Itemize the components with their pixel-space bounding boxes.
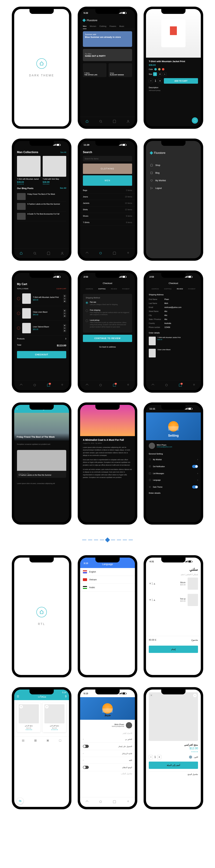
option-flat[interactable]: Flat rateLets you charge a fixed rate fo…: [86, 300, 129, 307]
remove-item-2[interactable]: −: [17, 312, 20, 315]
description-header[interactable]: تفاصيل المنتج: [149, 771, 198, 777]
radio-flat[interactable]: [86, 302, 88, 304]
qty-down[interactable]: ▼: [63, 300, 66, 303]
lang-vietnam[interactable]: Vietnam: [80, 576, 135, 584]
tab-women[interactable]: Women: [89, 24, 96, 29]
nav-cart[interactable]: [113, 120, 116, 124]
product-card-2[interactable]: T-shirt with Vent Step$38.99★★★★★: [43, 156, 66, 185]
cat-shoes[interactable]: Shoes6 items: [80, 213, 135, 219]
setting-language[interactable]: Language›: [146, 477, 201, 483]
qty-minus[interactable]: −: [149, 79, 153, 83]
cat-jeans[interactable]: Jeans13 items: [80, 193, 135, 200]
nav-profile[interactable]: [127, 120, 130, 124]
drawer-shop[interactable]: Shop: [150, 161, 196, 169]
product-card-1[interactable]: ♡منتج افتراضي$12.00★★★★★: [43, 703, 66, 732]
product-card-1[interactable]: T-Shirt with Mountain Jacket$38.03★★★★★: [17, 156, 41, 185]
cat-clothing[interactable]: CLOTHING: [83, 163, 132, 174]
nav-cart[interactable]: 3: [113, 383, 116, 388]
card-elegant[interactable]: DressELEGANT DESIGN: [109, 63, 132, 77]
setting-4[interactable]: الوضع المظلم: [80, 764, 135, 771]
toggle-notification[interactable]: [192, 465, 198, 468]
nav-search[interactable]: [165, 383, 168, 388]
cat-men[interactable]: MEN: [83, 175, 132, 186]
nav-cart[interactable]: [47, 252, 50, 256]
setting-dark-theme[interactable]: Dark Theme: [146, 483, 201, 491]
drawer-blog[interactable]: Blog: [150, 169, 196, 177]
continue-button[interactable]: CONTINUE TO REVIEW: [83, 335, 132, 342]
blog-item-3[interactable]: A Guide To The Best Accessories For Fall: [17, 212, 66, 221]
toggle[interactable]: [83, 745, 89, 748]
toggle-dark[interactable]: [192, 485, 198, 489]
blog-item-2[interactable]: 5 Fashion Labels on the Rise this Summer: [17, 202, 66, 212]
nav-home[interactable]: [85, 800, 89, 804]
nav-search[interactable]: [99, 120, 103, 124]
tab-clothing[interactable]: Clothing: [99, 24, 106, 29]
hero-banner[interactable]: Summer sale Blue Summer are already in s…: [83, 31, 132, 47]
wishlist-icon[interactable]: ♡: [45, 705, 48, 709]
radio-free[interactable]: [86, 310, 88, 312]
secondary-banner[interactable]: For Men HANG OUT & PARTY: [83, 49, 132, 61]
user-profile[interactable]: Minh Phamminhcasi@yahoo.com: [146, 440, 201, 452]
setting-1[interactable]: الحصول على إشعار: [80, 743, 135, 750]
nav-profile[interactable]: [61, 383, 64, 388]
remove-item-3[interactable]: −: [17, 327, 20, 330]
qty-plus[interactable]: +: [158, 79, 162, 83]
menu-icon[interactable]: ☰: [16, 695, 19, 698]
size-m[interactable]: M: [158, 72, 162, 76]
lang-arabic[interactable]: Arabic: [80, 584, 135, 591]
nav-profile[interactable]: [61, 252, 64, 256]
view-card-icon[interactable]: ▢: [59, 739, 61, 742]
color-red[interactable]: [162, 68, 165, 70]
setting-wishlist[interactable]: My Wishlist›: [146, 456, 201, 463]
nav-search[interactable]: [99, 800, 103, 804]
cat-bags[interactable]: Bags2 items: [80, 187, 135, 193]
size-s[interactable]: S: [153, 72, 157, 76]
setting-2[interactable]: قائمة الرسائل‹: [80, 750, 135, 757]
tab-music[interactable]: Music: [119, 24, 124, 29]
blog-hero[interactable]: Friday Finest The Best of The Week: [14, 413, 69, 441]
product-card-2[interactable]: ♡منتج خارجي$12.00★★★★★: [17, 703, 41, 732]
nav-search[interactable]: [33, 252, 37, 256]
checkout-button[interactable]: CHECKOUT: [17, 351, 66, 358]
blog-see-all[interactable]: See All: [60, 187, 66, 190]
tab-men[interactable]: Men: [83, 24, 86, 29]
nav-cart[interactable]: 3: [47, 383, 50, 388]
nav-profile[interactable]: [127, 383, 130, 388]
nav-cart[interactable]: 3: [179, 383, 182, 388]
size-l[interactable]: L: [163, 72, 167, 76]
clear-cart-button[interactable]: CLEAR CART: [56, 288, 66, 289]
step-shipping[interactable]: SHIPPING: [164, 288, 172, 290]
qty-minus[interactable]: −: [149, 755, 153, 759]
color-blue[interactable]: [189, 755, 192, 758]
nav-search[interactable]: [99, 252, 103, 256]
nav-home[interactable]: [20, 252, 23, 256]
step-shipping[interactable]: SHIPPING: [98, 288, 106, 290]
add-to-cart-button[interactable]: أضف إلى السلة: [149, 762, 198, 769]
step-review[interactable]: REVIEW: [111, 288, 117, 290]
back-icon[interactable]: ‹: [16, 407, 17, 410]
option-local[interactable]: Local pickupAllow customers to pick up o…: [86, 317, 129, 330]
step-review[interactable]: REVIEW: [177, 288, 183, 290]
toggle[interactable]: [83, 766, 89, 769]
nav-home[interactable]: [85, 252, 89, 256]
setting-notification[interactable]: Get Notification: [146, 463, 201, 470]
product-image[interactable]: [146, 9, 201, 58]
nav-home[interactable]: [85, 120, 89, 124]
step-address[interactable]: ADDRESS: [85, 288, 93, 290]
step-payment[interactable]: PAYMENT: [188, 288, 195, 290]
see-all-link[interactable]: See All: [60, 151, 66, 153]
drawer-wishlist[interactable]: My Wishlist: [150, 177, 196, 184]
qty-up[interactable]: ▲: [63, 294, 66, 297]
nav-search[interactable]: [99, 383, 103, 388]
card-office[interactable]: T-ShirtsTHE OFFICE LIFE: [83, 63, 106, 77]
step-payment[interactable]: PAYMENT: [122, 288, 130, 290]
step-address[interactable]: ADDRESS: [151, 288, 159, 290]
setting-3[interactable]: اللغة‹: [80, 757, 135, 764]
color-gold[interactable]: [158, 68, 160, 70]
color-teal[interactable]: [154, 68, 157, 70]
setting-0[interactable]: الخاص بي‹: [80, 736, 135, 743]
cart-fab[interactable]: [192, 117, 198, 124]
search-input[interactable]: Search for items: [83, 156, 132, 161]
tab-flowers[interactable]: Flowers: [109, 24, 116, 29]
close-icon[interactable]: ✕: [150, 694, 152, 697]
